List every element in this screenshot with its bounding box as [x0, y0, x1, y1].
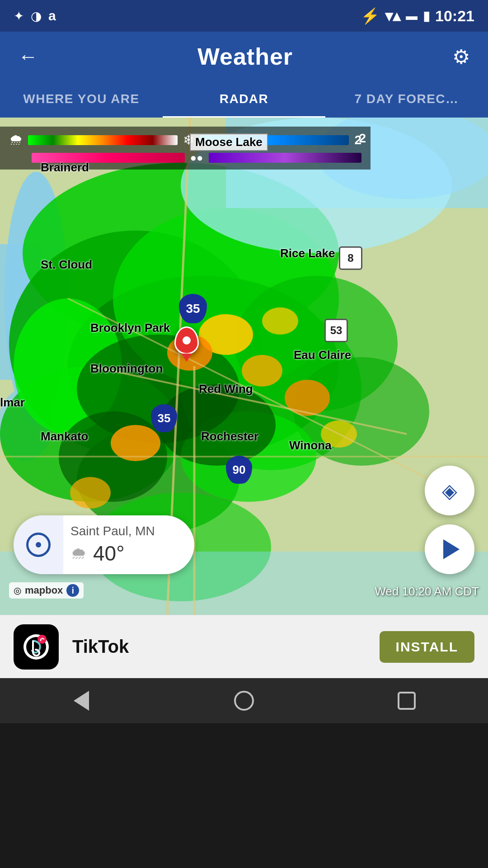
- play-triangle-icon: [443, 539, 460, 559]
- settings-button[interactable]: ⚙: [452, 45, 470, 68]
- tab-where-you-are[interactable]: WHERE YOU ARE: [0, 81, 163, 118]
- location-info-box[interactable]: Saint Paul, MN 🌧 40°: [14, 515, 194, 574]
- label-elmar: lmar: [0, 396, 25, 410]
- battery-icon: ▮: [423, 9, 430, 24]
- pin-body: [174, 326, 199, 354]
- mapbox-credit: ◎ mapbox i: [9, 582, 84, 599]
- interstate-35-top: 35: [179, 294, 207, 323]
- moon-icon: ◑: [31, 9, 42, 24]
- nav-recents-button[interactable]: [391, 685, 422, 717]
- label-st-cloud: St. Cloud: [41, 258, 92, 272]
- ad-app-name: TikTok: [72, 637, 366, 657]
- pin-dot: [183, 336, 191, 344]
- weather-row: 🌧 40°: [70, 541, 187, 566]
- amazon-icon: a: [48, 8, 56, 24]
- mapbox-compass-icon: ◎: [14, 585, 21, 596]
- label-brooklyn-park: Brooklyn Park: [90, 321, 170, 335]
- recents-square-icon: [398, 692, 416, 710]
- page-title: Weather: [197, 43, 293, 70]
- layers-icon: ◈: [442, 479, 457, 502]
- interstate-35-bottom: 35: [151, 404, 177, 432]
- status-bar: ✦ ◑ a ⚡ ▾▴ ▬ ▮ 10:21: [0, 0, 488, 32]
- label-red-wing: Red Wing: [199, 382, 253, 396]
- location-info: Saint Paul, MN 🌧 40°: [63, 519, 194, 570]
- tab-7day-forecast[interactable]: 7 DAY FOREC…: [325, 81, 488, 118]
- tiktok-icon: [14, 624, 59, 670]
- label-bloomington: Bloomington: [90, 362, 163, 376]
- nav-home-button[interactable]: [228, 685, 260, 717]
- status-bar-left: ✦ ◑ a: [14, 8, 56, 24]
- svg-point-39: [38, 635, 47, 644]
- label-rice-lake: Rice Lake: [280, 246, 335, 260]
- back-button[interactable]: ←: [18, 45, 38, 68]
- install-button[interactable]: INSTALL: [380, 631, 474, 663]
- sim-icon: ▬: [406, 9, 418, 23]
- temperature-display: 40°: [93, 541, 125, 566]
- label-brainerd: Brainerd: [41, 160, 89, 175]
- status-bar-right: ⚡ ▾▴ ▬ ▮ 10:21: [361, 7, 474, 25]
- svg-point-22: [111, 425, 160, 461]
- bottom-nav: [0, 678, 488, 723]
- highway-53-shield: 53: [324, 319, 348, 342]
- nav-back-button[interactable]: [66, 685, 97, 717]
- play-button[interactable]: [425, 524, 474, 574]
- back-triangle-icon: [74, 691, 89, 711]
- label-rochester: Rochester: [201, 429, 258, 443]
- svg-point-23: [262, 307, 298, 335]
- label-eau-claire: Eau Claire: [294, 348, 351, 362]
- label-winona: Winona: [289, 439, 332, 453]
- map-timestamp: Wed 10:20 AM CDT: [375, 585, 479, 599]
- rain-icon: 🌧: [70, 544, 87, 563]
- label-mankato: Mankato: [41, 429, 88, 443]
- pin-tail: [181, 354, 192, 362]
- legend-row-rain: 🌨 ❄ 2: [9, 132, 361, 148]
- layer-button[interactable]: ◈: [425, 466, 474, 515]
- tab-radar[interactable]: RADAR: [163, 81, 325, 118]
- bluetooth-icon: ⚡: [361, 7, 380, 25]
- svg-point-25: [70, 477, 111, 509]
- radar-map-container[interactable]: 2 🌨 ❄ 2 ●● Moose Lake Brainerd St. Cloud…: [0, 118, 488, 615]
- location-pin: [174, 326, 199, 362]
- wifi-icon: ▾▴: [385, 7, 400, 25]
- tab-bar: WHERE YOU ARE RADAR 7 DAY FOREC…: [0, 81, 488, 118]
- legend-number: 2: [359, 131, 366, 146]
- app-header: ← Weather ⚙: [0, 32, 488, 81]
- gps-dot: [36, 542, 41, 547]
- home-circle-icon: [234, 691, 254, 711]
- legend-purple-gradient: [209, 153, 362, 163]
- legend-rain-icon: 🌨: [9, 132, 23, 148]
- mapbox-info-button[interactable]: i: [66, 584, 79, 597]
- interstate-90: 90: [226, 456, 252, 484]
- ad-banner: TikTok INSTALL: [0, 615, 488, 678]
- mapbox-logo: mapbox: [25, 585, 63, 596]
- gps-icon: [26, 533, 51, 557]
- legend-rain-gradient: [28, 135, 178, 145]
- legend-dots-icon: ●●: [190, 151, 203, 164]
- label-moose-lake: Moose Lake: [190, 133, 268, 151]
- touch-icon: ✦: [14, 9, 24, 24]
- time-display: 10:21: [435, 7, 474, 25]
- highway-8-shield: 8: [339, 246, 362, 270]
- city-label: Saint Paul, MN: [70, 524, 187, 538]
